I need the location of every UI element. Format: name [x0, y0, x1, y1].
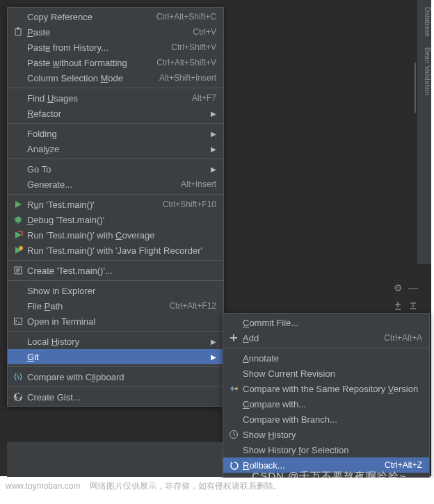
- menu-paste[interactable]: PasteCtrl+V: [8, 24, 223, 40]
- shortcut-label: Ctrl+Shift+V: [171, 42, 216, 52]
- menu-item-label: Commit File...: [243, 318, 422, 328]
- git-menu-commit-file[interactable]: Commit File...: [223, 315, 429, 330]
- menu-item-label: Open in Terminal: [27, 316, 216, 327]
- git-menu-add[interactable]: AddCtrl+Alt+A: [223, 330, 429, 346]
- shortcut-label: Ctrl+Shift+F10: [163, 200, 216, 209]
- git-menu-annotate[interactable]: Annotate: [223, 350, 429, 366]
- blank-icon: [12, 300, 24, 311]
- blank-icon: [12, 179, 24, 190]
- menu-item-label: Run 'Test.main()' with 'Java Flight Reco…: [27, 245, 216, 256]
- blank-icon: [227, 444, 240, 455]
- menu-item-label: Column Selection Mode: [27, 73, 159, 83]
- submenu-arrow-icon: ▶: [209, 110, 216, 117]
- menu-run-test-main-with-java-flight-recorder[interactable]: Run 'Test.main()' with 'Java Flight Reco…: [8, 243, 223, 258]
- menu-separator: [8, 280, 223, 281]
- menu-create-test-main[interactable]: Create 'Test.main()'...: [8, 263, 223, 278]
- menu-separator: [8, 366, 223, 367]
- menu-item-label: Create Gist...: [27, 392, 216, 403]
- menu-item-label: File Path: [27, 301, 170, 311]
- menu-compare-with-clipboard[interactable]: Compare with Clipboard: [8, 369, 223, 384]
- blank-icon: [12, 11, 24, 22]
- menu-debug-test-main[interactable]: Debug 'Test.main()': [8, 212, 223, 227]
- menu-local-history[interactable]: Local History▶: [8, 334, 223, 349]
- git-menu-compare-with-the-same-repository-version[interactable]: Compare with the Same Repository Version: [223, 381, 429, 396]
- menu-item-label: Annotate: [243, 353, 422, 364]
- git-menu-compare-with-branch[interactable]: Compare with Branch...: [223, 412, 429, 427]
- menu-item-label: Paste: [27, 27, 193, 38]
- menu-item-label: Git: [27, 352, 209, 362]
- blank-icon: [227, 352, 240, 364]
- shortcut-label: Alt+F7: [192, 93, 216, 103]
- menu-run-test-main-with-coverage[interactable]: Run 'Test.main()' with Coverage: [8, 227, 223, 243]
- menu-copy-reference[interactable]: Copy ReferenceCtrl+Alt+Shift+C: [8, 9, 223, 24]
- menu-item-label: Find Usages: [27, 93, 192, 104]
- history-icon: [227, 429, 240, 440]
- menu-git[interactable]: Git▶: [8, 349, 223, 364]
- blank-icon: [12, 163, 24, 174]
- menu-item-label: Add: [243, 333, 384, 343]
- blank-icon: [12, 92, 24, 104]
- menu-paste-without-formatting[interactable]: Paste without FormattingCtrl+Alt+Shift+V: [8, 55, 223, 70]
- paste-icon: [12, 26, 24, 38]
- panel-toolbar-2: [392, 300, 419, 311]
- menu-separator: [223, 348, 429, 348]
- svg-point-3: [19, 246, 23, 250]
- editor-caret-track: [415, 63, 416, 113]
- blank-icon: [12, 285, 24, 296]
- shortcut-label: Ctrl+Alt+Shift+C: [156, 12, 216, 22]
- blank-icon: [227, 317, 240, 328]
- blank-icon: [12, 143, 24, 154]
- shortcut-label: Ctrl+Alt+A: [384, 333, 422, 343]
- menu-file-path[interactable]: File PathCtrl+Alt+F12: [8, 298, 223, 314]
- menu-analyze[interactable]: Analyze▶: [8, 141, 223, 156]
- jfr-icon: [12, 245, 24, 256]
- git-menu-compare-with[interactable]: Compare with...: [223, 396, 429, 412]
- menu-create-gist[interactable]: Create Gist...: [8, 389, 223, 405]
- menu-item-label: Refactor: [27, 108, 209, 119]
- blank-icon: [12, 128, 24, 139]
- menu-generate[interactable]: Generate...Alt+Insert: [8, 177, 223, 192]
- blank-icon: [12, 72, 24, 83]
- git-submenu: Commit File...AddCtrl+Alt+AAnnotateShow …: [223, 313, 430, 490]
- menu-run-test-main[interactable]: Run 'Test.main()'Ctrl+Shift+F10: [8, 197, 223, 212]
- right-tool-strip: Database Bean Validation: [417, 0, 431, 264]
- menu-open-in-terminal[interactable]: Open in Terminal: [8, 314, 223, 329]
- menu-item-label: Show History for Selection: [243, 445, 422, 455]
- panel-toolbar: ⚙ —: [392, 282, 419, 293]
- menu-paste-from-history[interactable]: Paste from History...Ctrl+Shift+V: [8, 40, 223, 55]
- menu-separator: [8, 88, 223, 88]
- svg-rect-5: [15, 318, 22, 325]
- edit-icon: [12, 265, 24, 276]
- menu-item-label: Show History: [243, 430, 422, 440]
- minus-icon[interactable]: —: [408, 282, 419, 293]
- shortcut-label: Alt+Insert: [181, 179, 216, 189]
- menu-item-label: Show in Explorer: [27, 286, 216, 296]
- tab-bean-validation[interactable]: Bean Validation: [424, 47, 431, 95]
- footer-note: 网络图片仅供展示，非存储，如有侵权请联系删除。: [90, 481, 282, 491]
- expand-all-icon[interactable]: [392, 300, 403, 311]
- compare-icon: [227, 383, 240, 394]
- menu-go-to[interactable]: Go To▶: [8, 161, 223, 177]
- svg-rect-1: [17, 28, 19, 30]
- menu-item-label: Debug 'Test.main()': [27, 215, 216, 225]
- menu-column-selection-mode[interactable]: Column Selection ModeAlt+Shift+Insert: [8, 70, 223, 86]
- blank-icon: [12, 108, 24, 119]
- github-icon: [12, 391, 24, 403]
- blank-icon: [12, 57, 24, 68]
- git-menu-show-history-for-selection[interactable]: Show History for Selection: [223, 442, 429, 457]
- git-menu-show-current-revision[interactable]: Show Current Revision: [223, 366, 429, 381]
- blank-icon: [227, 368, 240, 379]
- menu-refactor[interactable]: Refactor▶: [8, 106, 223, 121]
- collapse-all-icon[interactable]: [408, 300, 419, 311]
- tab-database[interactable]: Database: [424, 7, 431, 37]
- menu-separator: [8, 260, 223, 261]
- gear-icon[interactable]: ⚙: [392, 282, 403, 293]
- git-menu-show-history[interactable]: Show History: [223, 427, 429, 442]
- submenu-arrow-icon: ▶: [209, 338, 216, 346]
- menu-find-usages[interactable]: Find UsagesAlt+F7: [8, 90, 223, 106]
- menu-show-in-explorer[interactable]: Show in Explorer: [8, 283, 223, 298]
- shortcut-label: Ctrl+Alt+F12: [170, 301, 216, 311]
- menu-item-label: Compare with the Same Repository Version: [243, 384, 422, 394]
- menu-folding[interactable]: Folding▶: [8, 126, 223, 141]
- shortcut-label: Ctrl+V: [193, 27, 216, 37]
